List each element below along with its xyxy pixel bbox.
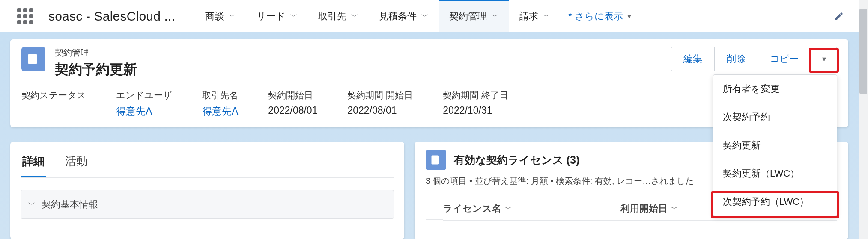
chevron-down-icon: ﹀ bbox=[421, 11, 429, 21]
tab-detail[interactable]: 詳細 bbox=[21, 150, 46, 177]
field-periodend: 契約期間 終了日 2022/10/31 bbox=[443, 89, 508, 118]
field-label: 契約開始日 bbox=[268, 89, 317, 101]
nav-item-label: 契約管理 bbox=[449, 10, 487, 23]
field-label: 契約期間 開始日 bbox=[347, 89, 413, 101]
tab-activity[interactable]: 活動 bbox=[63, 150, 89, 177]
content-area: 契約管理 契約予約更新 編集 削除 コピー ▾ 所有者を変更 bbox=[0, 32, 859, 239]
app-launcher-icon[interactable] bbox=[17, 8, 33, 24]
field-startdate: 契約開始日 2022/08/01 bbox=[268, 89, 317, 118]
app-name: soasc - SalesCloud ... bbox=[48, 9, 175, 24]
nav-item-label: 請求 bbox=[519, 10, 538, 23]
chevron-down-icon: ﹀ bbox=[671, 204, 678, 213]
nav-item-account[interactable]: 取引先 ﹀ bbox=[308, 0, 369, 32]
nav-item-billing[interactable]: 請求 ﹀ bbox=[509, 0, 561, 32]
chevron-down-icon: ﹀ bbox=[28, 199, 36, 209]
field-value-link[interactable]: 得意先A bbox=[116, 105, 172, 118]
field-value: 2022/10/31 bbox=[443, 105, 508, 116]
nav-item-label: 商談 bbox=[205, 10, 224, 23]
nav-item-lead[interactable]: リード ﹀ bbox=[246, 0, 308, 32]
nav-item-quote[interactable]: 見積条件 ﹀ bbox=[369, 0, 439, 32]
nav-item-label: 取引先 bbox=[318, 10, 346, 23]
object-label: 契約管理 bbox=[55, 47, 137, 59]
nav-item-opportunity[interactable]: 商談 ﹀ bbox=[195, 0, 246, 32]
scrollbar-thumb[interactable] bbox=[859, 9, 867, 94]
delete-button[interactable]: 削除 bbox=[714, 47, 758, 71]
detail-tabs: 詳細 活動 bbox=[21, 150, 394, 178]
section-label: 契約基本情報 bbox=[42, 198, 98, 211]
edit-nav-icon[interactable] bbox=[829, 7, 848, 26]
chevron-down-icon: ﹀ bbox=[228, 11, 236, 21]
contract-icon bbox=[21, 47, 45, 71]
field-label: 契約ステータス bbox=[21, 89, 86, 101]
section-basic-info[interactable]: ﹀ 契約基本情報 bbox=[21, 190, 394, 219]
chevron-down-icon: ﹀ bbox=[505, 204, 512, 213]
col-label: 利用開始日 bbox=[620, 202, 668, 215]
record-header-card: 契約管理 契約予約更新 編集 削除 コピー ▾ 所有者を変更 bbox=[10, 39, 848, 127]
field-enduser: エンドユーザ 得意先A bbox=[116, 89, 172, 118]
edit-button[interactable]: 編集 bbox=[671, 47, 714, 71]
field-value: 2022/08/01 bbox=[347, 105, 413, 116]
field-value-link[interactable]: 得意先A bbox=[202, 105, 238, 118]
menu-next-contract-lwc[interactable]: 次契約予約（LWC） bbox=[713, 188, 837, 216]
col-label: ライセンス名 bbox=[443, 202, 501, 215]
nav-item-contract[interactable]: 契約管理 ﹀ bbox=[439, 0, 509, 32]
nav-more[interactable]: * さらに表示 ▾ bbox=[561, 0, 639, 32]
more-actions-menu: 所有者を変更 次契約予約 契約更新 契約更新（LWC） 次契約予約（LWC） bbox=[713, 74, 837, 216]
license-icon bbox=[426, 150, 446, 170]
field-periodstart: 契約期間 開始日 2022/08/01 bbox=[347, 89, 413, 118]
nav-item-label: リード bbox=[257, 10, 286, 23]
field-label: 契約期間 終了日 bbox=[443, 89, 508, 101]
menu-renew-lwc[interactable]: 契約更新（LWC） bbox=[713, 159, 837, 188]
chevron-down-icon: ﹀ bbox=[290, 11, 298, 21]
related-title[interactable]: 有効な契約ライセンス (3) bbox=[454, 153, 580, 167]
field-label: エンドユーザ bbox=[116, 89, 172, 101]
vertical-scrollbar[interactable] bbox=[859, 0, 868, 239]
field-account: 取引先名 得意先A bbox=[202, 89, 238, 118]
detail-panel: 詳細 活動 ﹀ 契約基本情報 bbox=[10, 142, 404, 239]
menu-change-owner[interactable]: 所有者を変更 bbox=[713, 75, 837, 103]
clone-button[interactable]: コピー bbox=[758, 47, 811, 71]
col-license[interactable]: ライセンス名 ﹀ bbox=[443, 197, 621, 221]
nav-more-label: * さらに表示 bbox=[568, 10, 623, 23]
chevron-down-icon: ﹀ bbox=[543, 11, 550, 21]
record-title: 契約予約更新 bbox=[55, 60, 137, 79]
chevron-down-icon: ﹀ bbox=[491, 11, 499, 21]
nav-items: 商談 ﹀ リード ﹀ 取引先 ﹀ 見積条件 ﹀ 契約管理 ﹀ bbox=[195, 0, 639, 32]
menu-next-contract[interactable]: 次契約予約 bbox=[713, 103, 837, 131]
top-nav: soasc - SalesCloud ... 商談 ﹀ リード ﹀ 取引先 ﹀ … bbox=[0, 0, 859, 32]
field-label: 取引先名 bbox=[202, 89, 238, 101]
field-status: 契約ステータス bbox=[21, 89, 86, 118]
menu-renew[interactable]: 契約更新 bbox=[713, 131, 837, 159]
nav-item-label: 見積条件 bbox=[379, 10, 417, 23]
header-actions: 編集 削除 コピー ▾ bbox=[671, 47, 837, 71]
caret-down-icon: ▾ bbox=[627, 12, 631, 21]
more-actions-button[interactable]: ▾ bbox=[811, 47, 837, 71]
title-block: 契約管理 契約予約更新 bbox=[55, 47, 137, 79]
field-value: 2022/08/01 bbox=[268, 105, 317, 116]
chevron-down-icon: ﹀ bbox=[351, 11, 358, 21]
